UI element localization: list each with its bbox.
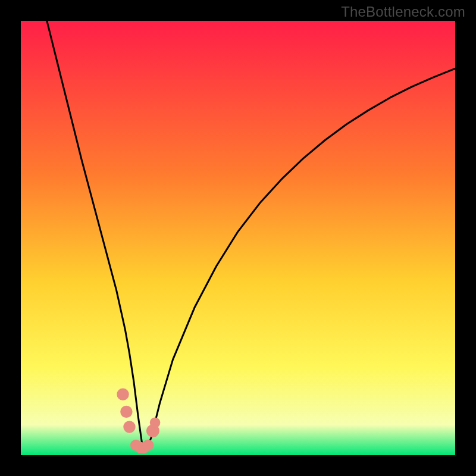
data-marker: [120, 406, 132, 418]
gradient-bg: [21, 21, 455, 455]
plot-area: [21, 21, 455, 455]
data-marker: [117, 389, 129, 400]
data-marker: [142, 440, 154, 451]
data-marker: [123, 421, 135, 433]
data-marker: [150, 417, 161, 428]
chart-frame: TheBottleneck.com: [0, 0, 476, 476]
chart-svg: [21, 21, 455, 455]
watermark-text: TheBottleneck.com: [341, 4, 465, 20]
